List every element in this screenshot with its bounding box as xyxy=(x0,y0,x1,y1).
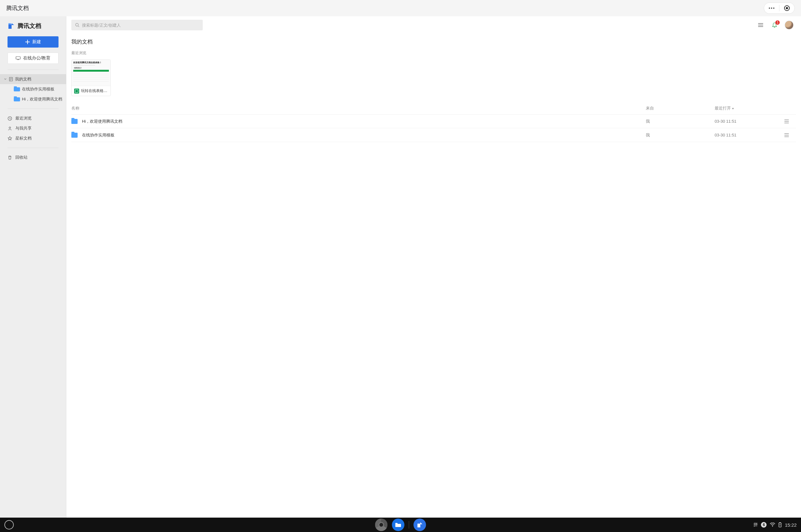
nav-label: 最近浏览 xyxy=(15,115,32,121)
plus-icon xyxy=(25,40,30,44)
search-box[interactable] xyxy=(71,20,203,30)
new-button-label: 新建 xyxy=(32,39,41,45)
window-title: 腾讯文档 xyxy=(6,4,29,12)
folder-icon xyxy=(14,97,20,101)
taskbar-app-files[interactable] xyxy=(392,518,404,531)
top-icons: 1 xyxy=(757,21,796,30)
tree-child-welcome[interactable]: Hi，欢迎使用腾讯文档 xyxy=(0,94,66,104)
svg-rect-14 xyxy=(779,522,781,523)
brand: 腾讯文档 xyxy=(0,16,66,34)
search-input[interactable] xyxy=(82,23,199,27)
wifi-icon[interactable] xyxy=(770,522,775,527)
col-from[interactable]: 来自 xyxy=(646,106,714,111)
taskbar: 拼 6 15:22 xyxy=(0,518,801,532)
taskbar-app-docs[interactable] xyxy=(414,518,426,531)
taskbar-app-chrome[interactable] xyxy=(375,518,388,531)
nav-list: 最近浏览 与我共享 星标文档 xyxy=(0,112,66,145)
docs-app-icon xyxy=(417,521,423,528)
main-content: 1 我的文档 最近浏览 欢迎使用腾讯文档在线表格！ ——————————————… xyxy=(66,16,801,518)
more-menu-button[interactable] xyxy=(764,3,779,14)
system-tray[interactable]: 拼 6 15:22 xyxy=(754,522,797,528)
svg-point-2 xyxy=(773,7,775,9)
card-name: 玩转在线表格-场… xyxy=(81,88,108,94)
file-from: 我 xyxy=(646,119,714,124)
file-time: 03-30 11:51 xyxy=(714,133,777,137)
clock-icon xyxy=(7,116,12,121)
sheets-icon xyxy=(74,89,79,94)
nav-recent[interactable]: 最近浏览 xyxy=(0,113,66,123)
folder-tree: 我的文档 在线协作实用模板 Hi，欢迎使用腾讯文档 xyxy=(0,73,66,106)
brand-name: 腾讯文档 xyxy=(18,22,41,30)
card-thumbnail: 欢迎使用腾讯文档在线表格！ —————————————— · 销售统计 xyxy=(72,60,111,86)
sidebar: 腾讯文档 新建 在线办公/教育 我的文档 在线协作实用模板 xyxy=(0,16,66,518)
table-row[interactable]: Hi，欢迎使用腾讯文档 我 03-30 11:51 xyxy=(71,115,796,128)
menu-icon xyxy=(784,119,789,124)
recent-grid: 欢迎使用腾讯文档在线表格！ —————————————— · 销售统计 玩转在线… xyxy=(71,58,796,102)
search-icon xyxy=(75,23,79,27)
notifications-button[interactable]: 1 xyxy=(771,22,778,28)
ime-badge[interactable]: 6 xyxy=(761,522,767,528)
folder-icon xyxy=(14,87,20,91)
svg-rect-5 xyxy=(8,23,11,24)
file-from: 我 xyxy=(646,132,714,138)
files-header: 名称 来自 最近打开 ▾ xyxy=(71,102,796,115)
menu-icon xyxy=(784,133,789,137)
row-actions-button[interactable] xyxy=(777,119,796,124)
col-name[interactable]: 名称 xyxy=(71,106,646,111)
online-edu-label: 在线办公/教育 xyxy=(23,55,51,61)
online-edu-button[interactable]: 在线办公/教育 xyxy=(7,53,58,64)
svg-rect-6 xyxy=(16,57,20,59)
monitor-icon xyxy=(16,56,21,60)
clock[interactable]: 15:22 xyxy=(785,522,797,528)
svg-point-0 xyxy=(769,7,770,9)
nav-trash[interactable]: 回收站 xyxy=(0,152,66,163)
nav-starred[interactable]: 星标文档 xyxy=(0,133,66,143)
tree-root-label: 我的文档 xyxy=(15,76,31,82)
nav-label: 与我共享 xyxy=(15,126,32,131)
table-row[interactable]: 在线协作实用模板 我 03-30 11:51 xyxy=(71,128,796,142)
svg-point-11 xyxy=(76,23,78,26)
file-name-text: 在线协作实用模板 xyxy=(82,132,115,138)
topbar: 1 xyxy=(66,16,801,34)
launcher-button[interactable] xyxy=(4,520,14,530)
nav-label: 星标文档 xyxy=(15,135,32,141)
row-actions-button[interactable] xyxy=(777,133,796,137)
ime-indicator[interactable]: 拼 xyxy=(754,522,758,528)
recent-label: 最近浏览 xyxy=(71,48,796,58)
brand-logo-icon xyxy=(7,22,15,30)
col-time[interactable]: 最近打开 ▾ xyxy=(714,106,777,111)
svg-point-1 xyxy=(771,7,772,9)
notification-badge: 1 xyxy=(775,20,780,25)
menu-icon xyxy=(758,23,763,27)
tree-child-templates[interactable]: 在线协作实用模板 xyxy=(0,84,66,94)
user-icon xyxy=(7,126,12,131)
recent-card[interactable]: 欢迎使用腾讯文档在线表格！ —————————————— · 销售统计 玩转在线… xyxy=(71,59,111,96)
new-button[interactable]: 新建 xyxy=(7,36,58,48)
svg-point-10 xyxy=(9,127,11,128)
tree-child-label: 在线协作实用模板 xyxy=(22,87,54,92)
page-title: 我的文档 xyxy=(71,34,796,48)
tree-child-label: Hi，欢迎使用腾讯文档 xyxy=(22,96,62,102)
list-view-button[interactable] xyxy=(757,22,764,28)
target-button[interactable] xyxy=(779,3,795,14)
avatar[interactable] xyxy=(785,21,794,30)
trash-icon xyxy=(7,155,12,160)
battery-icon[interactable] xyxy=(779,522,782,527)
window-titlebar: 腾讯文档 xyxy=(0,0,801,16)
nav-list-trash: 回收站 xyxy=(0,151,66,164)
folder-icon xyxy=(395,522,402,528)
svg-point-12 xyxy=(772,526,773,527)
sort-caret-icon: ▾ xyxy=(732,107,734,110)
nav-shared[interactable]: 与我共享 xyxy=(0,123,66,133)
window-controls xyxy=(764,2,795,14)
file-time: 03-30 11:51 xyxy=(714,119,777,124)
svg-rect-7 xyxy=(17,59,19,60)
folder-icon xyxy=(71,133,78,138)
file-name-text: Hi，欢迎使用腾讯文档 xyxy=(82,119,122,124)
folder-icon xyxy=(71,119,78,124)
chevron-down-icon xyxy=(4,78,7,80)
star-icon xyxy=(7,136,12,141)
tree-root-my-docs[interactable]: 我的文档 xyxy=(0,74,66,84)
document-icon xyxy=(9,77,13,81)
nav-label: 回收站 xyxy=(15,155,27,160)
